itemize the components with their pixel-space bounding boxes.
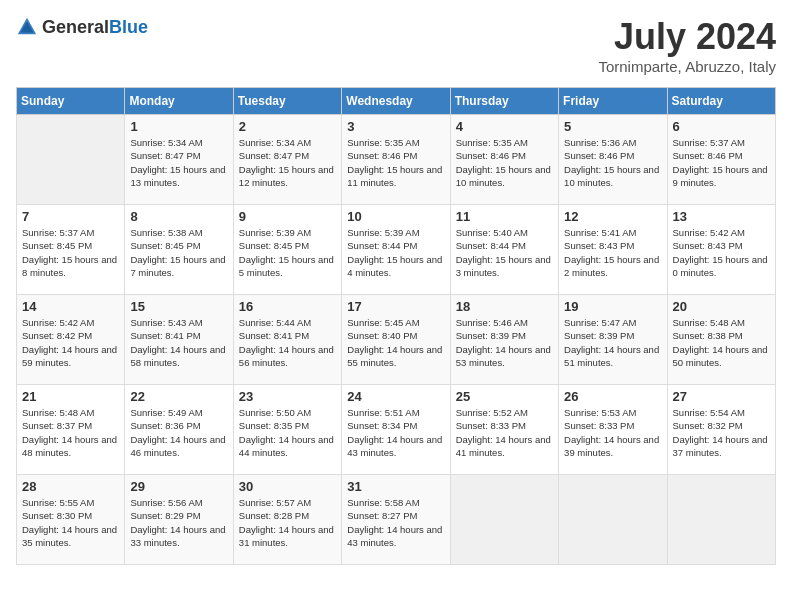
day-number: 8 [130,209,227,224]
calendar-cell: 10Sunrise: 5:39 AMSunset: 8:44 PMDayligh… [342,205,450,295]
calendar-cell: 14Sunrise: 5:42 AMSunset: 8:42 PMDayligh… [17,295,125,385]
day-detail: Sunrise: 5:48 AMSunset: 8:38 PMDaylight:… [673,316,770,369]
day-detail: Sunrise: 5:36 AMSunset: 8:46 PMDaylight:… [564,136,661,189]
day-detail: Sunrise: 5:34 AMSunset: 8:47 PMDaylight:… [130,136,227,189]
logo-blue: Blue [109,17,148,37]
day-number: 18 [456,299,553,314]
calendar-cell: 23Sunrise: 5:50 AMSunset: 8:35 PMDayligh… [233,385,341,475]
day-detail: Sunrise: 5:39 AMSunset: 8:45 PMDaylight:… [239,226,336,279]
logo: GeneralBlue [16,16,148,38]
page-header: GeneralBlue July 2024 Tornimparte, Abruz… [16,16,776,75]
day-detail: Sunrise: 5:44 AMSunset: 8:41 PMDaylight:… [239,316,336,369]
day-number: 3 [347,119,444,134]
day-number: 24 [347,389,444,404]
day-number: 6 [673,119,770,134]
calendar-cell: 20Sunrise: 5:48 AMSunset: 8:38 PMDayligh… [667,295,775,385]
calendar-week-row: 21Sunrise: 5:48 AMSunset: 8:37 PMDayligh… [17,385,776,475]
day-header-friday: Friday [559,88,667,115]
day-number: 1 [130,119,227,134]
calendar-cell: 9Sunrise: 5:39 AMSunset: 8:45 PMDaylight… [233,205,341,295]
day-number: 25 [456,389,553,404]
calendar-cell: 27Sunrise: 5:54 AMSunset: 8:32 PMDayligh… [667,385,775,475]
day-number: 9 [239,209,336,224]
day-detail: Sunrise: 5:48 AMSunset: 8:37 PMDaylight:… [22,406,119,459]
logo-general: General [42,17,109,37]
calendar-cell: 22Sunrise: 5:49 AMSunset: 8:36 PMDayligh… [125,385,233,475]
calendar-cell [450,475,558,565]
day-detail: Sunrise: 5:52 AMSunset: 8:33 PMDaylight:… [456,406,553,459]
day-detail: Sunrise: 5:37 AMSunset: 8:45 PMDaylight:… [22,226,119,279]
day-number: 5 [564,119,661,134]
day-detail: Sunrise: 5:43 AMSunset: 8:41 PMDaylight:… [130,316,227,369]
calendar-table: SundayMondayTuesdayWednesdayThursdayFrid… [16,87,776,565]
calendar-cell: 5Sunrise: 5:36 AMSunset: 8:46 PMDaylight… [559,115,667,205]
day-number: 14 [22,299,119,314]
day-number: 30 [239,479,336,494]
day-number: 11 [456,209,553,224]
day-number: 21 [22,389,119,404]
calendar-cell [17,115,125,205]
day-detail: Sunrise: 5:56 AMSunset: 8:29 PMDaylight:… [130,496,227,549]
day-number: 23 [239,389,336,404]
day-header-wednesday: Wednesday [342,88,450,115]
day-detail: Sunrise: 5:39 AMSunset: 8:44 PMDaylight:… [347,226,444,279]
month-year-title: July 2024 [598,16,776,58]
calendar-cell: 2Sunrise: 5:34 AMSunset: 8:47 PMDaylight… [233,115,341,205]
location-subtitle: Tornimparte, Abruzzo, Italy [598,58,776,75]
day-detail: Sunrise: 5:34 AMSunset: 8:47 PMDaylight:… [239,136,336,189]
day-number: 17 [347,299,444,314]
day-number: 2 [239,119,336,134]
calendar-week-row: 14Sunrise: 5:42 AMSunset: 8:42 PMDayligh… [17,295,776,385]
day-detail: Sunrise: 5:57 AMSunset: 8:28 PMDaylight:… [239,496,336,549]
day-detail: Sunrise: 5:45 AMSunset: 8:40 PMDaylight:… [347,316,444,369]
day-number: 28 [22,479,119,494]
day-header-saturday: Saturday [667,88,775,115]
logo-icon [16,16,38,38]
day-detail: Sunrise: 5:47 AMSunset: 8:39 PMDaylight:… [564,316,661,369]
day-detail: Sunrise: 5:40 AMSunset: 8:44 PMDaylight:… [456,226,553,279]
day-number: 22 [130,389,227,404]
calendar-cell: 11Sunrise: 5:40 AMSunset: 8:44 PMDayligh… [450,205,558,295]
day-number: 26 [564,389,661,404]
day-detail: Sunrise: 5:46 AMSunset: 8:39 PMDaylight:… [456,316,553,369]
day-number: 13 [673,209,770,224]
day-detail: Sunrise: 5:37 AMSunset: 8:46 PMDaylight:… [673,136,770,189]
calendar-cell: 28Sunrise: 5:55 AMSunset: 8:30 PMDayligh… [17,475,125,565]
calendar-cell: 30Sunrise: 5:57 AMSunset: 8:28 PMDayligh… [233,475,341,565]
calendar-week-row: 7Sunrise: 5:37 AMSunset: 8:45 PMDaylight… [17,205,776,295]
calendar-cell: 17Sunrise: 5:45 AMSunset: 8:40 PMDayligh… [342,295,450,385]
day-number: 20 [673,299,770,314]
day-header-tuesday: Tuesday [233,88,341,115]
calendar-cell: 15Sunrise: 5:43 AMSunset: 8:41 PMDayligh… [125,295,233,385]
day-detail: Sunrise: 5:53 AMSunset: 8:33 PMDaylight:… [564,406,661,459]
calendar-cell: 12Sunrise: 5:41 AMSunset: 8:43 PMDayligh… [559,205,667,295]
day-header-sunday: Sunday [17,88,125,115]
calendar-week-row: 1Sunrise: 5:34 AMSunset: 8:47 PMDaylight… [17,115,776,205]
day-detail: Sunrise: 5:41 AMSunset: 8:43 PMDaylight:… [564,226,661,279]
title-block: July 2024 Tornimparte, Abruzzo, Italy [598,16,776,75]
calendar-cell: 7Sunrise: 5:37 AMSunset: 8:45 PMDaylight… [17,205,125,295]
day-number: 31 [347,479,444,494]
day-detail: Sunrise: 5:50 AMSunset: 8:35 PMDaylight:… [239,406,336,459]
day-number: 15 [130,299,227,314]
day-number: 19 [564,299,661,314]
day-number: 27 [673,389,770,404]
calendar-cell: 31Sunrise: 5:58 AMSunset: 8:27 PMDayligh… [342,475,450,565]
day-detail: Sunrise: 5:58 AMSunset: 8:27 PMDaylight:… [347,496,444,549]
calendar-cell: 24Sunrise: 5:51 AMSunset: 8:34 PMDayligh… [342,385,450,475]
day-number: 7 [22,209,119,224]
calendar-cell: 4Sunrise: 5:35 AMSunset: 8:46 PMDaylight… [450,115,558,205]
calendar-cell [559,475,667,565]
calendar-cell: 13Sunrise: 5:42 AMSunset: 8:43 PMDayligh… [667,205,775,295]
day-detail: Sunrise: 5:35 AMSunset: 8:46 PMDaylight:… [347,136,444,189]
day-number: 4 [456,119,553,134]
day-number: 16 [239,299,336,314]
calendar-cell: 6Sunrise: 5:37 AMSunset: 8:46 PMDaylight… [667,115,775,205]
calendar-cell: 19Sunrise: 5:47 AMSunset: 8:39 PMDayligh… [559,295,667,385]
calendar-cell: 21Sunrise: 5:48 AMSunset: 8:37 PMDayligh… [17,385,125,475]
day-detail: Sunrise: 5:35 AMSunset: 8:46 PMDaylight:… [456,136,553,189]
day-header-monday: Monday [125,88,233,115]
calendar-cell: 25Sunrise: 5:52 AMSunset: 8:33 PMDayligh… [450,385,558,475]
calendar-cell: 16Sunrise: 5:44 AMSunset: 8:41 PMDayligh… [233,295,341,385]
day-detail: Sunrise: 5:49 AMSunset: 8:36 PMDaylight:… [130,406,227,459]
